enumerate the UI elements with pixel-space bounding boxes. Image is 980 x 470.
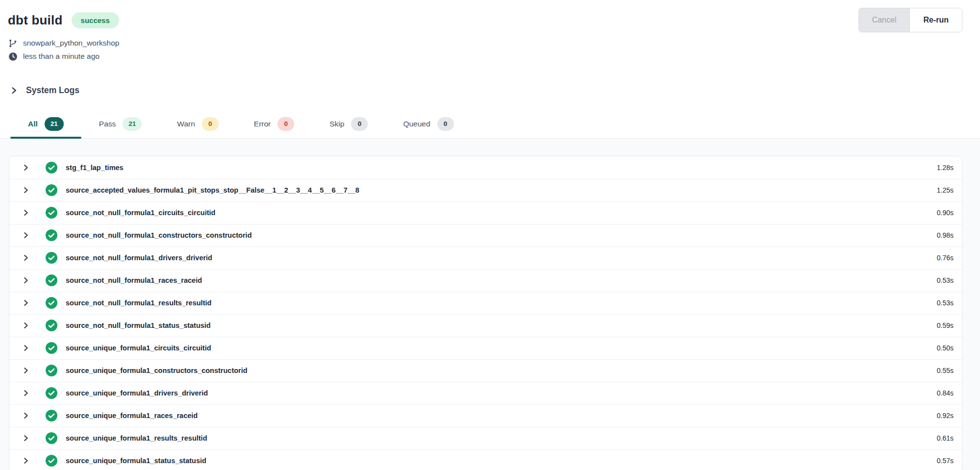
pass-check-icon — [46, 207, 57, 219]
clock-icon — [8, 51, 18, 61]
result-row[interactable]: source_not_null_formula1_circuits_circui… — [9, 201, 962, 224]
result-row[interactable]: source_unique_formula1_drivers_driverid0… — [9, 382, 962, 404]
pass-check-icon — [46, 297, 57, 309]
pass-check-icon — [46, 365, 57, 376]
result-duration: 1.28s — [937, 164, 954, 172]
pass-check-icon — [46, 455, 57, 467]
result-name: source_unique_formula1_races_raceid — [66, 412, 198, 420]
tab-error[interactable]: Error0 — [236, 111, 312, 138]
tab-count-badge: 21 — [123, 117, 142, 131]
result-name: stg_f1_lap_times — [66, 164, 124, 172]
expand-chevron-icon[interactable] — [23, 187, 29, 194]
result-row[interactable]: source_unique_formula1_results_resultid0… — [9, 427, 962, 449]
rerun-button[interactable]: Re-run — [910, 8, 962, 32]
status-badge: success — [72, 12, 119, 28]
branch-name: snowpark_python_workshop — [23, 39, 119, 48]
result-duration: 1.25s — [937, 186, 954, 194]
expand-chevron-icon[interactable] — [23, 412, 29, 419]
pass-check-icon — [46, 229, 57, 241]
system-logs-label: System Logs — [26, 85, 79, 96]
tab-label: Queued — [403, 120, 430, 128]
result-duration: 0.61s — [937, 434, 954, 442]
tab-count-badge: 0 — [351, 117, 368, 131]
result-name: source_unique_formula1_circuits_circuiti… — [66, 344, 211, 352]
result-duration: 0.53s — [937, 276, 954, 284]
pass-check-icon — [46, 387, 57, 399]
tab-skip[interactable]: Skip0 — [312, 111, 385, 138]
tab-pass[interactable]: Pass21 — [81, 111, 160, 138]
result-name: source_unique_formula1_drivers_driverid — [66, 389, 208, 397]
expand-chevron-icon[interactable] — [23, 277, 29, 284]
result-duration: 0.90s — [937, 209, 954, 217]
time-row: less than a minute ago — [8, 51, 962, 61]
result-row[interactable]: source_unique_formula1_races_raceid0.92s — [9, 404, 962, 427]
result-row[interactable]: source_unique_formula1_circuits_circuiti… — [9, 337, 962, 359]
result-name: source_not_null_formula1_drivers_driveri… — [66, 254, 212, 262]
result-row[interactable]: source_not_null_formula1_results_resulti… — [9, 292, 962, 314]
result-row[interactable]: source_not_null_formula1_drivers_driveri… — [9, 247, 962, 269]
tab-count-badge: 0 — [437, 117, 454, 131]
pass-check-icon — [46, 320, 57, 331]
result-row[interactable]: source_not_null_formula1_constructors_co… — [9, 224, 962, 247]
page-title: dbt build — [8, 13, 63, 28]
tab-label: Skip — [329, 120, 344, 128]
result-row[interactable]: stg_f1_lap_times1.28s — [9, 156, 962, 179]
results-list: stg_f1_lap_times1.28ssource_accepted_val… — [9, 156, 962, 470]
tab-count-badge: 0 — [202, 117, 219, 131]
result-row[interactable]: source_unique_formula1_status_statusid0.… — [9, 449, 962, 470]
expand-chevron-icon[interactable] — [23, 322, 29, 329]
result-duration: 0.55s — [937, 367, 954, 374]
pass-check-icon — [46, 162, 57, 173]
result-name: source_unique_formula1_status_statusid — [66, 457, 206, 465]
pass-check-icon — [46, 252, 57, 264]
expand-chevron-icon[interactable] — [23, 209, 29, 216]
status-tabs: All21Pass21Warn0Error0Skip0Queued0 — [0, 111, 980, 139]
result-duration: 0.57s — [937, 457, 954, 465]
run-header: dbt build success Cancel Re-run snowpark… — [0, 0, 980, 65]
result-row[interactable]: source_accepted_values_formula1_pit_stop… — [9, 179, 962, 201]
tab-label: Error — [254, 120, 271, 128]
cancel-button[interactable]: Cancel — [859, 8, 910, 32]
results-area: stg_f1_lap_times1.28ssource_accepted_val… — [0, 139, 980, 470]
expand-chevron-icon[interactable] — [23, 457, 29, 464]
expand-chevron-icon[interactable] — [23, 232, 29, 239]
result-duration: 0.84s — [937, 389, 954, 397]
result-duration: 0.50s — [937, 344, 954, 352]
expand-chevron-icon[interactable] — [23, 164, 29, 171]
result-duration: 0.53s — [937, 299, 954, 307]
tab-count-badge: 0 — [277, 117, 294, 131]
pass-check-icon — [46, 274, 57, 286]
result-name: source_unique_formula1_results_resultid — [66, 434, 207, 442]
pass-check-icon — [46, 432, 57, 444]
result-name: source_not_null_formula1_results_resulti… — [66, 299, 211, 307]
pass-check-icon — [46, 410, 57, 421]
expand-chevron-icon[interactable] — [23, 299, 29, 306]
git-branch-icon — [8, 38, 18, 48]
result-name: source_unique_formula1_constructors_cons… — [66, 367, 248, 374]
result-row[interactable]: source_unique_formula1_constructors_cons… — [9, 359, 962, 382]
branch-row: snowpark_python_workshop — [8, 38, 962, 48]
result-duration: 0.92s — [937, 412, 954, 420]
result-name: source_not_null_formula1_races_raceid — [66, 276, 202, 284]
result-duration: 0.59s — [937, 322, 954, 329]
tab-count-badge: 21 — [45, 117, 64, 131]
result-name: source_not_null_formula1_constructors_co… — [66, 231, 252, 239]
run-time-ago: less than a minute ago — [23, 52, 100, 61]
system-logs-toggle[interactable]: System Logs — [0, 85, 980, 96]
chevron-right-icon — [10, 87, 18, 94]
expand-chevron-icon[interactable] — [23, 390, 29, 396]
result-row[interactable]: source_not_null_formula1_status_statusid… — [9, 314, 962, 337]
tab-label: Pass — [99, 120, 116, 128]
result-row[interactable]: source_not_null_formula1_races_raceid0.5… — [9, 269, 962, 292]
run-actions: Cancel Re-run — [858, 8, 962, 32]
tab-label: Warn — [177, 120, 195, 128]
expand-chevron-icon[interactable] — [23, 367, 29, 374]
expand-chevron-icon[interactable] — [23, 254, 29, 261]
expand-chevron-icon[interactable] — [23, 345, 29, 351]
tab-queued[interactable]: Queued0 — [385, 111, 471, 138]
result-name: source_not_null_formula1_status_statusid — [66, 322, 211, 329]
expand-chevron-icon[interactable] — [23, 435, 29, 442]
result-duration: 0.98s — [937, 231, 954, 239]
tab-warn[interactable]: Warn0 — [159, 111, 236, 138]
tab-all[interactable]: All21 — [10, 111, 81, 138]
